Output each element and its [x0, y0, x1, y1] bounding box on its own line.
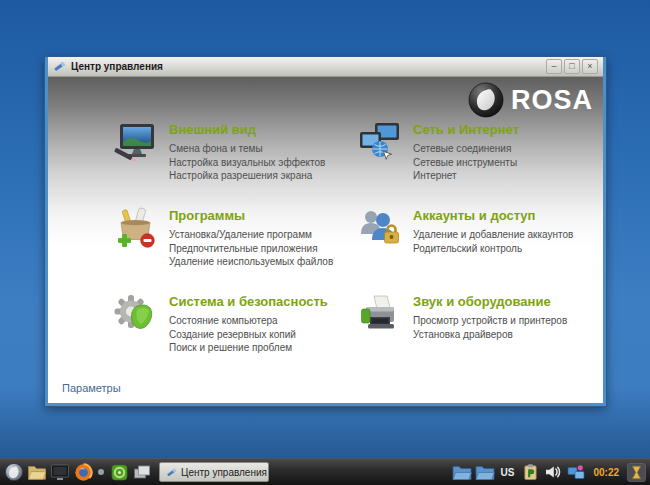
link-computer-status[interactable]: Состояние компьютера: [169, 314, 328, 328]
link-preferred-applications[interactable]: Предпочтительные приложения: [169, 242, 333, 256]
window-stack-icon[interactable]: [132, 462, 152, 482]
task-button-label: Центр управления: [181, 467, 267, 478]
link-network-tools[interactable]: Сетевые инструменты: [413, 156, 519, 170]
window-titlebar[interactable]: Центр управления – □ ×: [48, 57, 603, 77]
taskbar-clock[interactable]: 00:22: [589, 467, 623, 478]
link-install-remove-programs[interactable]: Установка/Удаление программ: [169, 228, 333, 242]
volume-icon[interactable]: [543, 462, 563, 482]
control-center-window: Центр управления – □ ×: [45, 57, 606, 406]
sound-hardware-icon[interactable]: [358, 293, 402, 335]
section-system: Система и безопасность Состояние компьют…: [114, 293, 359, 355]
tray-dot-icon[interactable]: [96, 462, 106, 482]
section-accounts: Аккаунты и доступ Удаление и добавление …: [358, 207, 603, 255]
firefox-icon[interactable]: [73, 462, 93, 482]
link-backups[interactable]: Создание резервных копий: [169, 328, 328, 342]
section-title-appearance[interactable]: Внешний вид: [169, 122, 325, 137]
window-title: Центр управления: [71, 61, 163, 72]
section-links: Состояние компьютера Создание резервных …: [169, 314, 328, 355]
file-manager-icon[interactable]: [27, 462, 47, 482]
pager-desktop-2-icon[interactable]: [475, 462, 495, 482]
link-internet[interactable]: Интернет: [413, 169, 519, 183]
section-links: Удаление и добавление аккаунтов Родитель…: [413, 228, 573, 255]
link-visual-effects[interactable]: Настройка визуальных эффектов: [169, 156, 325, 170]
section-programs: Программы Установка/Удаление программ Пр…: [114, 207, 359, 269]
link-remove-unused-files[interactable]: Удаление неиспользуемых файлов: [169, 255, 333, 269]
terminal-icon[interactable]: [50, 462, 70, 482]
programs-icon[interactable]: [114, 207, 158, 249]
section-links: Сетевые соединения Сетевые инструменты И…: [413, 142, 519, 183]
link-network-connections[interactable]: Сетевые соединения: [413, 142, 519, 156]
section-title-programs[interactable]: Программы: [169, 208, 333, 223]
klipper-icon[interactable]: [520, 462, 540, 482]
section-title-accounts[interactable]: Аккаунты и доступ: [413, 208, 573, 223]
keyboard-layout-indicator[interactable]: US: [498, 467, 518, 478]
package-manager-icon[interactable]: [109, 462, 129, 482]
section-title-network[interactable]: Сеть и Интернет: [413, 122, 519, 137]
taskbar-task-button[interactable]: Центр управления: [159, 462, 269, 482]
rosa-menu-icon[interactable]: [4, 462, 24, 482]
accounts-icon[interactable]: [358, 207, 402, 249]
section-appearance: Внешний вид Смена фона и темы Настройка …: [114, 121, 359, 183]
rosa-logo-icon: [468, 82, 504, 118]
section-title-hardware[interactable]: Звук и оборудование: [413, 294, 567, 309]
window-content: ROSA: [48, 77, 603, 403]
link-devices-printers[interactable]: Просмотр устройств и принтеров: [413, 314, 567, 328]
close-button[interactable]: ×: [582, 59, 598, 74]
section-title-system[interactable]: Система и безопасность: [169, 294, 328, 309]
minimize-button[interactable]: –: [546, 59, 562, 74]
session-icon[interactable]: [626, 462, 646, 482]
section-network: Сеть и Интернет Сетевые соединения Сетев…: [358, 121, 603, 183]
taskbar: Центр управления US: [0, 458, 650, 485]
control-center-icon: [166, 467, 177, 478]
rosa-logo: ROSA: [468, 82, 593, 118]
section-hardware: Звук и оборудование Просмотр устройств и…: [358, 293, 603, 341]
link-add-remove-accounts[interactable]: Удаление и добавление аккаунтов: [413, 228, 573, 242]
network-tray-icon[interactable]: [566, 462, 586, 482]
maximize-button[interactable]: □: [564, 59, 580, 74]
link-driver-install[interactable]: Установка драйверов: [413, 328, 567, 342]
section-links: Установка/Удаление программ Предпочтител…: [169, 228, 333, 269]
section-links: Просмотр устройств и принтеров Установка…: [413, 314, 567, 341]
link-screen-resolution[interactable]: Настройка разрешения экрана: [169, 169, 325, 183]
control-center-icon: [53, 60, 66, 73]
link-parental-control[interactable]: Родительский контроль: [413, 242, 573, 256]
link-troubleshooting[interactable]: Поиск и решение проблем: [169, 341, 328, 355]
appearance-icon[interactable]: [114, 121, 158, 163]
section-links: Смена фона и темы Настройка визуальных э…: [169, 142, 325, 183]
system-security-icon[interactable]: [114, 293, 158, 335]
rosa-logo-text: ROSA: [511, 85, 593, 116]
settings-link[interactable]: Параметры: [62, 382, 121, 394]
network-icon[interactable]: [358, 121, 402, 163]
pager-desktop-1-icon[interactable]: [452, 462, 472, 482]
link-wallpaper-theme[interactable]: Смена фона и темы: [169, 142, 325, 156]
